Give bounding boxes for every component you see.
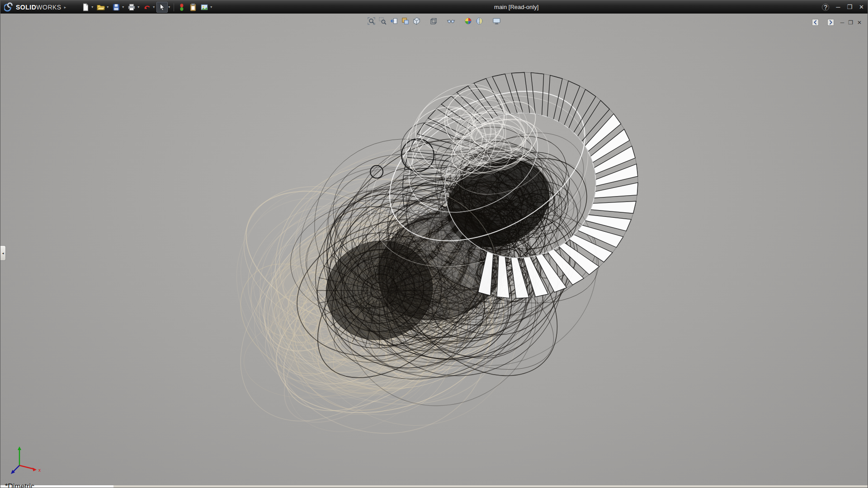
previous-window-button[interactable] <box>810 17 821 28</box>
app-name-light: WORKS <box>36 4 61 11</box>
display-style-cube-icon <box>429 17 438 25</box>
red-green-capsule-icon <box>178 3 186 11</box>
triad-y-arrowhead <box>18 446 21 450</box>
glasses-icon <box>447 17 455 25</box>
app-name: SOLIDWORKS <box>16 4 61 11</box>
triad-x-axis <box>19 465 34 469</box>
zoom-to-area-button[interactable] <box>377 16 388 26</box>
triad-x-label: x <box>38 468 41 473</box>
next-window-icon <box>827 19 834 26</box>
undo-dropdown[interactable]: ▾ <box>153 5 155 9</box>
view-orientation-label: *Dimetric <box>5 483 34 488</box>
save-dropdown[interactable]: ▾ <box>122 5 124 9</box>
select-cursor-icon <box>158 3 166 11</box>
print-dropdown[interactable]: ▾ <box>137 5 139 9</box>
toolbar-separator <box>174 3 174 11</box>
doc-minimize-button[interactable]: ─ <box>840 20 844 25</box>
save-button[interactable] <box>110 2 122 13</box>
options-dropdown[interactable]: ▾ <box>210 5 212 9</box>
titlebar: SOLIDWORKS ▸ ▾ ▾ <box>0 0 868 14</box>
solidworks-window: SOLIDWORKS ▸ ▾ ▾ <box>0 0 868 488</box>
close-button[interactable]: ✕ <box>859 4 864 10</box>
apply-scene-button[interactable] <box>474 16 485 26</box>
triad-x-arrowhead <box>33 468 37 471</box>
3ds-swirl-icon <box>4 2 14 12</box>
select-dropdown[interactable]: ▾ <box>168 5 170 9</box>
solidworks-logo: SOLIDWORKS <box>0 2 63 12</box>
scene-sphere-icon <box>475 17 484 25</box>
display-state-button[interactable] <box>176 2 187 13</box>
appearance-ball-icon <box>464 17 472 25</box>
view-orientation-cube-icon <box>412 17 421 25</box>
new-document-dropdown[interactable]: ▾ <box>91 5 93 9</box>
headsup-view-toolbar <box>366 16 502 26</box>
open-folder-icon <box>97 3 105 11</box>
new-document-button[interactable] <box>80 2 91 13</box>
window-controls: ? ─ ❐ ✕ <box>822 0 864 14</box>
doc-restore-button[interactable]: ❐ <box>848 20 853 25</box>
new-document-icon <box>81 3 90 11</box>
undo-arrow-icon <box>143 3 151 11</box>
hide-show-items-button[interactable] <box>446 16 456 26</box>
section-view-icon <box>401 17 410 25</box>
help-button[interactable]: ? <box>822 4 829 11</box>
next-window-button[interactable] <box>826 17 836 28</box>
print-icon <box>127 3 136 11</box>
graphics-viewport[interactable]: ─ ❐ ✕ ◂ x *Dimetric <box>0 14 868 488</box>
open-button[interactable] <box>95 2 106 13</box>
previous-view-button[interactable] <box>389 16 399 26</box>
open-dropdown[interactable]: ▾ <box>107 5 108 9</box>
restore-button[interactable]: ❐ <box>847 4 852 10</box>
options-button[interactable] <box>198 2 210 13</box>
minimize-button[interactable]: ─ <box>836 4 840 10</box>
view-settings-button[interactable] <box>491 16 502 26</box>
undo-button[interactable] <box>141 2 152 13</box>
section-view-button[interactable] <box>400 16 410 26</box>
copy-settings-button[interactable] <box>187 2 198 13</box>
document-window-controls: ─ ❐ ✕ <box>810 17 862 28</box>
image-options-icon <box>200 3 208 11</box>
zoom-to-fit-icon <box>367 17 376 25</box>
app-name-bold: SOLID <box>16 4 36 11</box>
triad-z-axis <box>13 465 19 472</box>
previous-window-icon <box>812 19 819 26</box>
save-floppy-icon <box>112 3 120 11</box>
zoom-to-area-icon <box>378 17 387 25</box>
main-toolbar: ▾ ▾ ▾ <box>80 2 214 13</box>
zoom-to-fit-button[interactable] <box>366 16 377 26</box>
display-style-button[interactable] <box>429 16 439 26</box>
edit-appearance-button[interactable] <box>463 16 473 26</box>
doc-close-button[interactable]: ✕ <box>857 20 862 25</box>
print-button[interactable] <box>126 2 137 13</box>
clipboard-icon <box>189 3 197 11</box>
view-orientation-button[interactable] <box>411 16 422 26</box>
featuremanager-collapse-tab[interactable]: ◂ <box>0 245 6 261</box>
orientation-triad: x <box>8 444 47 480</box>
logo-expand-arrow[interactable]: ▸ <box>64 5 66 9</box>
cad-model-wireframe[interactable] <box>0 14 868 488</box>
previous-view-icon <box>390 17 398 25</box>
select-button[interactable] <box>156 2 168 13</box>
status-bar-edge <box>0 485 868 488</box>
view-settings-monitor-icon <box>492 17 501 25</box>
document-title: main [Read-only] <box>494 4 538 10</box>
